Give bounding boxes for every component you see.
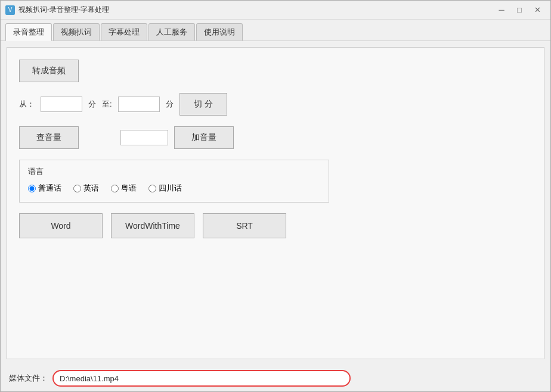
main-window: V 视频扒词-录音整理-字幕处理 ─ □ ✕ 录音整理 视频扒词 字幕处理 人工… [0, 0, 551, 392]
language-group: 语言 普通话 英语 粤语 四 [19, 160, 329, 203]
to-label: 至: [102, 99, 112, 110]
title-bar: V 视频扒词-录音整理-字幕处理 ─ □ ✕ [1, 1, 550, 20]
add-volume-button[interactable]: 加音量 [174, 126, 234, 149]
radio-mandarin-label: 普通话 [38, 183, 61, 194]
title-bar-left: V 视频扒词-录音整理-字幕处理 [5, 5, 109, 15]
maximize-button[interactable]: □ [511, 4, 528, 17]
close-button[interactable]: ✕ [529, 4, 546, 17]
volume-row: 查音量 加音量 [19, 126, 532, 149]
media-label: 媒体文件： [9, 373, 48, 384]
language-group-title: 语言 [28, 166, 320, 177]
content-area: 转成音频 从： 分 至: 分 切 分 查音量 加音量 语言 [1, 41, 550, 365]
convert-audio-row: 转成音频 [19, 60, 532, 82]
radio-cantonese-input[interactable] [111, 185, 119, 192]
minimize-button[interactable]: ─ [493, 4, 510, 17]
radio-english[interactable]: 英语 [73, 183, 99, 194]
radio-sichuan-input[interactable] [148, 185, 156, 192]
window-controls: ─ □ ✕ [493, 4, 546, 17]
srt-button[interactable]: SRT [203, 213, 286, 238]
radio-cantonese[interactable]: 粤语 [111, 183, 137, 194]
check-volume-button[interactable]: 查音量 [19, 126, 79, 149]
from-label: 从： [19, 99, 35, 110]
cut-row: 从： 分 至: 分 切 分 [19, 93, 532, 116]
radio-cantonese-label: 粤语 [121, 183, 137, 194]
tab-service[interactable]: 人工服务 [148, 23, 195, 41]
main-panel: 转成音频 从： 分 至: 分 切 分 查音量 加音量 语言 [7, 47, 544, 359]
to-unit: 分 [166, 99, 174, 110]
tab-help[interactable]: 使用说明 [196, 23, 243, 41]
word-button[interactable]: Word [19, 213, 103, 238]
tab-subtitle[interactable]: 字幕处理 [101, 23, 147, 41]
media-path-input[interactable] [52, 370, 351, 387]
export-buttons-row: Word WordWithTime SRT [19, 213, 532, 238]
tab-recording[interactable]: 录音整理 [5, 23, 52, 41]
window-title: 视频扒词-录音整理-字幕处理 [18, 5, 109, 15]
app-icon: V [5, 5, 15, 15]
language-radio-row: 普通话 英语 粤语 四川话 [28, 183, 320, 194]
to-input[interactable] [118, 97, 160, 112]
volume-value-input[interactable] [120, 130, 168, 145]
bottom-bar: 媒体文件： [1, 365, 550, 391]
from-input[interactable] [41, 97, 82, 112]
radio-sichuan-label: 四川话 [159, 183, 182, 194]
tab-video[interactable]: 视频扒词 [53, 23, 100, 41]
radio-sichuan[interactable]: 四川话 [148, 183, 182, 194]
convert-audio-button[interactable]: 转成音频 [19, 60, 79, 82]
radio-mandarin[interactable]: 普通话 [28, 183, 61, 194]
from-unit: 分 [88, 99, 96, 110]
cut-button[interactable]: 切 分 [179, 93, 227, 116]
radio-english-input[interactable] [73, 185, 81, 192]
wordwithtime-button[interactable]: WordWithTime [111, 213, 194, 238]
radio-english-label: 英语 [83, 183, 99, 194]
radio-mandarin-input[interactable] [28, 185, 36, 192]
tab-bar: 录音整理 视频扒词 字幕处理 人工服务 使用说明 [1, 20, 550, 41]
